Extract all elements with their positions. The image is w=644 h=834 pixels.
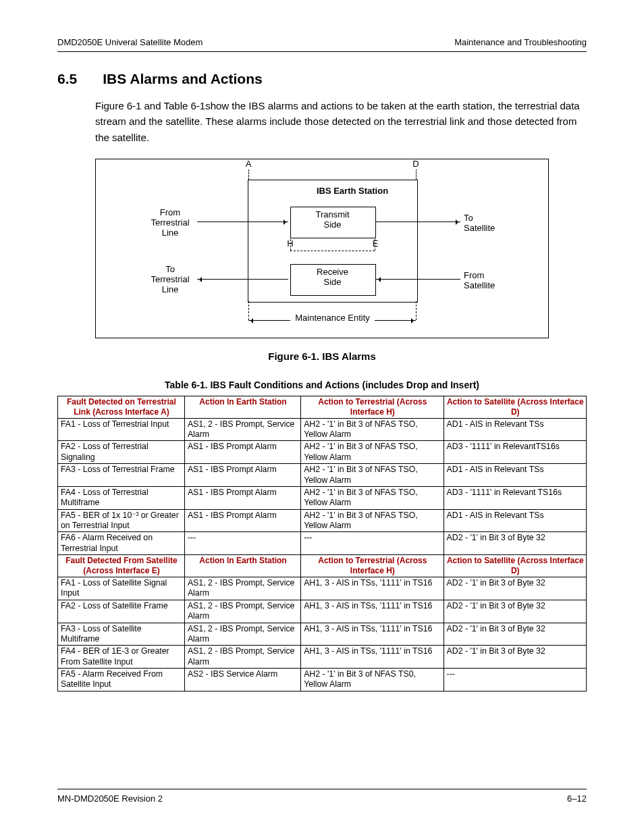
label-A: A [243,159,254,170]
table-row: FA3 - Loss of Satellite MultiframeAS1, 2… [58,623,587,646]
table-row: FA2 - Loss of Satellite FrameAS1, 2 - IB… [58,600,587,623]
head-right: Maintenance and Troubleshooting [454,37,587,47]
table-row: FA2 - Loss of Terrestrial SignalingAS1 -… [58,441,587,464]
head-rule [57,51,587,52]
to-terr-label: To Terrestrial Line [143,265,197,295]
arrow-in-tx [197,221,288,222]
section-heading: 6.5 IBS Alarms and Actions [57,71,587,87]
table-cell: FA4 - Loss of Terrestrial Multiframe [58,486,185,509]
fault-table: Fault Detected on Terrestrial Link (Acro… [57,396,587,692]
table-cell: FA5 - BER of 1x 10⁻³ or Greater on Terre… [58,509,185,532]
th: Action to Satellite (Across Interface D) [444,396,586,418]
table-cell: AD3 - '1111' in Relevant TS16s [444,486,586,509]
earth-station-title: IBS Earth Station [298,186,406,197]
table-row: FA4 - BER of 1E-3 or Greater From Satell… [58,646,587,669]
table-row: FA3 - Loss of Terrestrial FrameAS1 - IBS… [58,464,587,487]
intro-paragraph: Figure 6-1 and Table 6-1show the IBS ala… [95,98,587,145]
label-D: D [410,159,421,170]
from-sat-label: From Satellite [464,271,511,291]
section-number: 6.5 [57,71,77,87]
arrow-in-rx [376,279,460,280]
footer-right: 6–12 [567,793,587,804]
table-cell: AH2 - '1' in Bit 3 of NFAS TSO, Yellow A… [301,441,444,464]
table-cell: AD2 - '1' in Bit 3 of Byte 32 [444,646,586,669]
table-cell: --- [301,532,444,555]
th: Action to Terrestrial (Across Interface … [301,396,444,418]
table-cell: AH1, 3 - AIS in TSs, '1111' in TS16 [301,646,444,669]
transmit-label: Transmit Side [290,210,375,230]
table-cell: AH2 - '1' in Bit 3 of NFAS TS0, Yellow A… [301,668,444,691]
table-cell: AS1 - IBS Prompt Alarm [184,441,300,464]
table-row: FA5 - Alarm Received From Satellite Inpu… [58,668,587,691]
arrow-out-tx [376,221,460,222]
dash-HE [290,251,375,251]
to-sat-label: To Satellite [464,213,511,234]
th: Action In Earth Station [184,555,300,577]
table-cell: AS1, 2 - IBS Prompt, Service Alarm [184,577,300,600]
page: DMD2050E Univeral Satellite Modem Mainte… [0,0,644,834]
figure-6-1: Transmit Side Receive Side IBS Earth Sta… [95,159,549,338]
table-cell: AS1 - IBS Prompt Alarm [184,464,300,487]
dash-maint-l [248,301,249,320]
th: Fault Detected From Satellite (Across In… [58,555,185,577]
table-cell: AH1, 3 - AIS in TSs, '1111' in TS16 [301,577,444,600]
table-cell: AH1, 3 - AIS in TSs, '1111' in TS16 [301,623,444,646]
table-cell: FA3 - Loss of Satellite Multiframe [58,623,185,646]
table-cell: AS1 - IBS Prompt Alarm [184,486,300,509]
table-cell: AS1, 2 - IBS Prompt, Service Alarm [184,623,300,646]
table-head-row-2: Fault Detected From Satellite (Across In… [58,555,587,577]
table-cell: AH2 - '1' in Bit 3 of NFAS TSO, Yellow A… [301,486,444,509]
label-E: E [370,239,381,249]
th: Action to Satellite (Across Interface D) [444,555,586,577]
th: Fault Detected on Terrestrial Link (Acro… [58,396,185,418]
table-cell: FA3 - Loss of Terrestrial Frame [58,464,185,487]
table-row: FA6 - Alarm Received on Terrestrial Inpu… [58,532,587,555]
table-row: FA4 - Loss of Terrestrial MultiframeAS1 … [58,486,587,509]
table-cell: FA4 - BER of 1E-3 or Greater From Satell… [58,646,185,669]
table-cell: --- [184,532,300,555]
table-cell: FA2 - Loss of Terrestrial Signaling [58,441,185,464]
th: Action to Terrestrial (Across Interface … [301,555,444,577]
arrow-out-rx [197,279,288,280]
table-cell: AD2 - '1' in Bit 3 of Byte 32 [444,600,586,623]
table-row: FA1 - Loss of Terrestrial InputAS1, 2 - … [58,418,587,441]
table-cell: AD1 - AIS in Relevant TSs [444,418,586,441]
table-cell: FA1 - Loss of Terrestrial Input [58,418,185,441]
footer: MN-DMD2050E Revision 2 6–12 [57,789,587,804]
section-title: IBS Alarms and Actions [103,71,263,87]
head-left: DMD2050E Univeral Satellite Modem [57,37,203,47]
th: Action In Earth Station [184,396,300,418]
receive-label: Receive Side [290,267,375,288]
dash-A [248,170,249,180]
dash-maint-r [416,301,417,320]
from-terr-label: From Terrestrial Line [143,208,197,238]
table-cell: FA6 - Alarm Received on Terrestrial Inpu… [58,532,185,555]
table-cell: AS1, 2 - IBS Prompt, Service Alarm [184,600,300,623]
table-row: FA1 - Loss of Satellite Signal InputAS1,… [58,577,587,600]
table-cell: AD3 - '1111' in RelevantTS16s [444,441,586,464]
figure-caption: Figure 6-1. IBS Alarms [57,350,587,362]
table-cell: AD1 - AIS in Relevant TSs [444,464,586,487]
table-cell: AS2 - IBS Service Alarm [184,668,300,691]
table-cell: AH2 - '1' in Bit 3 of NFAS TSO, Yellow A… [301,509,444,532]
running-head: DMD2050E Univeral Satellite Modem Mainte… [57,37,587,47]
table-caption: Table 6-1. IBS Fault Conditions and Acti… [57,380,587,390]
footer-left: MN-DMD2050E Revision 2 [57,793,163,804]
table-cell: AD2 - '1' in Bit 3 of Byte 32 [444,577,586,600]
table-cell: FA5 - Alarm Received From Satellite Inpu… [58,668,185,691]
table-cell: AD1 - AIS in Relevant TSs [444,509,586,532]
table-cell: AS1 - IBS Prompt Alarm [184,509,300,532]
table-cell: FA2 - Loss of Satellite Frame [58,600,185,623]
table-cell: AD2 - '1' in Bit 3 of Byte 32 [444,532,586,555]
table-cell: AH1, 3 - AIS in TSs, '1111' in TS16 [301,600,444,623]
maint-label: Maintenance Entity [290,313,375,323]
table-cell: FA1 - Loss of Satellite Signal Input [58,577,185,600]
table-cell: --- [444,668,586,691]
table-cell: AH2 - '1' in Bit 3 of NFAS TSO, Yellow A… [301,464,444,487]
table-cell: AS1, 2 - IBS Prompt, Service Alarm [184,646,300,669]
label-H: H [285,239,296,249]
table-cell: AD2 - '1' in Bit 3 of Byte 32 [444,623,586,646]
table-row: FA5 - BER of 1x 10⁻³ or Greater on Terre… [58,509,587,532]
dash-D [416,170,417,180]
foot-rule [57,789,587,789]
